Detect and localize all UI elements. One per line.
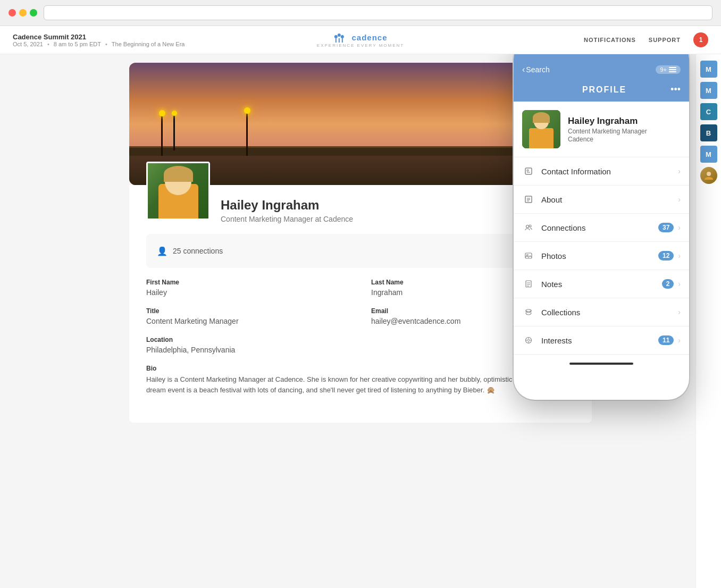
first-name-value: Hailey (146, 288, 350, 297)
sidebar-avatar-photo[interactable] (700, 167, 717, 184)
sidebar-avatar-4[interactable]: B (700, 124, 717, 141)
event-date: Oct 5, 2021 (13, 41, 43, 47)
svg-rect-9 (669, 71, 676, 72)
phone-container: 11:03 📶 (514, 54, 689, 400)
svg-rect-4 (338, 38, 339, 43)
svg-point-25 (526, 309, 531, 312)
title-value: Content Marketing Manager (146, 317, 350, 325)
menu-item-about[interactable]: About › (514, 186, 689, 214)
phone-bottom-bar (514, 355, 689, 373)
list-icon (669, 67, 676, 72)
phone-header-title: PROFILE (538, 85, 670, 95)
svg-rect-11 (527, 170, 529, 171)
phone-profile-job-title: Content Marketing Manager (568, 128, 647, 135)
event-meta: Oct 5, 2021 • 8 am to 5 pm EDT • The Beg… (13, 41, 185, 47)
fullscreen-button[interactable] (30, 9, 37, 16)
photos-icon (522, 249, 535, 262)
sidebar-avatar-3[interactable]: C (700, 103, 717, 120)
phone-back-button[interactable]: ‹ Search (522, 65, 550, 74)
chevron-right-icon: › (678, 195, 681, 204)
phone-profile-name: Hailey Ingraham (568, 116, 647, 127)
svg-point-1 (337, 33, 340, 37)
location-label: Location (146, 336, 575, 343)
connections-count: 25 connections (173, 247, 223, 255)
sidebar-avatar-5[interactable]: M (700, 146, 717, 163)
event-name: Cadence Summit 2021 (13, 33, 185, 41)
event-time: 8 am to 5 pm EDT (54, 41, 101, 47)
user-avatar-badge[interactable]: 1 (693, 32, 708, 47)
menu-item-connections[interactable]: Connections 37 › (514, 214, 689, 242)
notification-count: 9+ (660, 66, 667, 73)
svg-point-27 (527, 339, 530, 341)
logo-icon (333, 32, 348, 43)
chevron-right-icon: › (678, 223, 681, 232)
notes-badge: 2 (662, 279, 674, 289)
menu-item-notes[interactable]: Notes 2 › (514, 270, 689, 298)
profile-info: Hailey Ingraham Content Marketing Manage… (221, 194, 353, 223)
content-area: M M C B M (0, 54, 721, 588)
phone-profile-area: Hailey Ingraham Content Marketing Manage… (514, 102, 689, 157)
collections-icon (522, 306, 535, 318)
collections-label: Collections (541, 308, 678, 317)
app-container: Cadence Summit 2021 Oct 5, 2021 • 8 am t… (0, 26, 721, 588)
svg-rect-3 (335, 38, 336, 43)
support-link[interactable]: SUPPORT (649, 37, 681, 43)
svg-point-6 (707, 172, 711, 176)
phone-profile-text: Hailey Ingraham Content Marketing Manage… (568, 116, 647, 143)
phone-profile-company: Cadence (568, 136, 647, 143)
svg-point-17 (526, 225, 529, 228)
menu-item-contact-info[interactable]: Contact Information › (514, 157, 689, 186)
bio-text: Hailey is a Content Marketing Manager at… (146, 374, 575, 395)
notifications-link[interactable]: NOTIFICATIONS (584, 37, 636, 43)
about-label: About (541, 195, 678, 204)
profile-title-company: Content Marketing Manager at Cadence (221, 215, 353, 223)
interests-badge: 11 (658, 335, 674, 345)
sidebar-avatar-1[interactable]: M (700, 61, 717, 78)
phone-menu: Contact Information › (514, 157, 689, 355)
svg-point-2 (340, 35, 343, 38)
logo-text: cadence (351, 33, 387, 42)
contact-info-icon (522, 165, 535, 178)
phone-shell: 11:03 📶 (514, 54, 689, 400)
notification-badge[interactable]: 9+ (656, 65, 681, 74)
title-label: Title (146, 307, 350, 315)
interests-icon (522, 334, 535, 347)
svg-rect-7 (669, 67, 676, 68)
first-name-label: First Name (146, 279, 350, 286)
chevron-right-icon: › (678, 336, 681, 345)
phone-search-bar: ‹ Search 9+ (514, 62, 689, 80)
logo-tagline: EXPERIENCE EVERY MOMENT (317, 43, 404, 48)
profile-photo (146, 162, 210, 220)
location-field: Location Philadelphia, Pennsylvania (146, 336, 575, 354)
form-fields-grid: First Name Hailey Last Name Ingraham Tit… (146, 279, 575, 325)
menu-item-photos[interactable]: Photos 12 › (514, 242, 689, 270)
menu-item-collections[interactable]: Collections › (514, 298, 689, 326)
interests-label: Interests (541, 336, 658, 345)
connections-menu-icon (522, 221, 535, 234)
chevron-right-icon: › (678, 308, 681, 316)
close-button[interactable] (9, 9, 16, 16)
logo-area: cadence EXPERIENCE EVERY MOMENT (317, 32, 404, 48)
svg-point-18 (529, 225, 531, 227)
address-bar[interactable] (44, 5, 712, 20)
chevron-right-icon: › (678, 280, 681, 288)
chevron-right-icon: › (678, 251, 681, 260)
connections-label: Connections (541, 223, 658, 232)
svg-rect-5 (341, 38, 342, 43)
minimize-button[interactable] (19, 9, 27, 16)
phone-home-bar[interactable] (569, 363, 633, 365)
chevron-right-icon: › (678, 167, 681, 175)
photos-badge: 12 (658, 251, 674, 261)
phone-header: PROFILE ••• (514, 80, 689, 102)
menu-item-interests[interactable]: Interests 11 › (514, 326, 689, 355)
svg-rect-8 (669, 69, 676, 70)
svg-point-0 (334, 35, 337, 38)
bio-field: Bio Hailey is a Content Marketing Manage… (146, 365, 575, 395)
chevron-left-icon: ‹ (522, 65, 525, 74)
notes-label: Notes (541, 280, 662, 289)
bio-label: Bio (146, 365, 575, 372)
sidebar-avatar-2[interactable]: M (700, 82, 717, 99)
more-options-button[interactable]: ••• (670, 84, 681, 95)
phone-status-bar: 11:03 📶 (514, 54, 689, 62)
nav-right: NOTIFICATIONS SUPPORT 1 (584, 32, 708, 47)
